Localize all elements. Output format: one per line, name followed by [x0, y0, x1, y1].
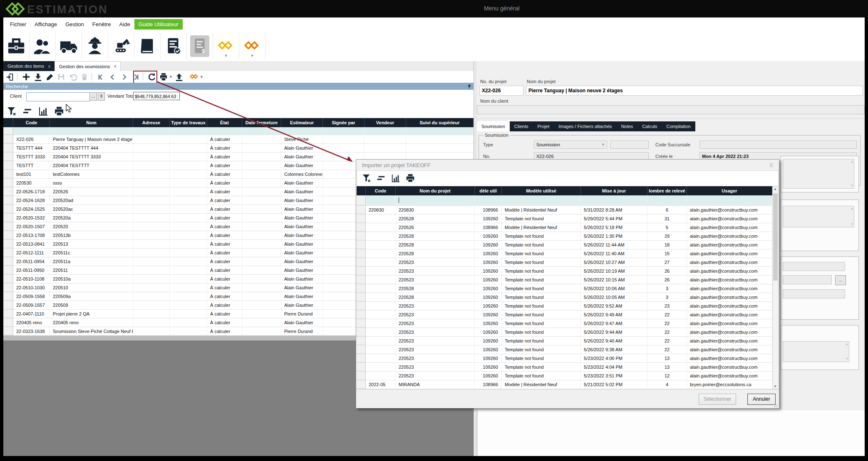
- worker-button[interactable]: [82, 33, 108, 59]
- menu-item-guide-utilisateur[interactable]: Guide Utilisateur: [134, 19, 183, 30]
- table-row[interactable]: 220528109260Template not found5/26/2022 …: [357, 241, 772, 249]
- row-selector[interactable]: [3, 257, 13, 266]
- column-header-usager[interactable]: Usager: [687, 186, 772, 195]
- toolbox-button[interactable]: [3, 33, 30, 59]
- excavator-button[interactable]: [108, 33, 134, 59]
- table-row[interactable]: X22-026Pierre Tanguay | Maison neuve 2 é…: [3, 135, 474, 144]
- row-selector[interactable]: [357, 249, 366, 258]
- table-row[interactable]: 220528109260Template not found5/26/2022 …: [357, 249, 772, 258]
- column-header-lombre-de-relev[interactable]: lombre de relevé: [647, 186, 687, 195]
- group-lines-icon[interactable]: [377, 174, 386, 183]
- no-projet-field[interactable]: X22-026: [479, 86, 523, 96]
- clients-button[interactable]: [30, 33, 56, 59]
- detail-tab-projet[interactable]: Projet: [533, 121, 554, 131]
- row-selector[interactable]: [357, 345, 366, 354]
- row-selector[interactable]: [357, 337, 366, 345]
- row-selector[interactable]: [3, 275, 13, 283]
- field-3c[interactable]: [783, 289, 845, 298]
- delete-button[interactable]: [79, 72, 89, 82]
- previous-record-button[interactable]: [107, 72, 117, 82]
- tab-close-icon[interactable]: x: [48, 64, 50, 69]
- menu-item-fichier[interactable]: Fichier: [6, 19, 30, 30]
- table-row[interactable]: 220523109260Template not found5/26/2022 …: [357, 345, 772, 354]
- row-selector[interactable]: [3, 179, 13, 187]
- print-icon[interactable]: [406, 174, 415, 183]
- add-button[interactable]: [21, 72, 31, 82]
- column-header-code[interactable]: Code: [366, 186, 396, 195]
- edit-button[interactable]: [45, 72, 55, 82]
- client-input[interactable]: [26, 92, 90, 101]
- import-button[interactable]: [33, 72, 43, 82]
- client-browse-button[interactable]: ...: [89, 92, 97, 101]
- save-button[interactable]: [56, 72, 66, 82]
- row-selector[interactable]: [357, 372, 366, 380]
- group-lines-icon[interactable]: [22, 106, 32, 116]
- table-row[interactable]: TESTTT 444220404 TESTTTT 444À calculerAl…: [3, 144, 474, 153]
- clear-filter-icon[interactable]: [362, 174, 371, 183]
- table-row[interactable]: 220528109260Template not found5/29/2022 …: [357, 214, 772, 223]
- row-selector[interactable]: [3, 249, 13, 257]
- client-clear-button[interactable]: X: [98, 92, 105, 101]
- table-row[interactable]: 220528109260Template not found5/26/2022 …: [357, 232, 772, 241]
- table-row[interactable]: 220526108966Modèle | Résidentiel Neuf5/2…: [357, 223, 772, 232]
- tab-gestion-des-soumissions[interactable]: Gestion des soumissionsx: [55, 61, 121, 71]
- row-selector[interactable]: [357, 258, 366, 266]
- row-selector[interactable]: [357, 232, 366, 240]
- column-header-d-le-util[interactable]: dèle util: [475, 186, 502, 195]
- row-selector[interactable]: [3, 135, 13, 143]
- type-select[interactable]: Soumission ▼: [534, 141, 607, 149]
- export-button[interactable]: [174, 72, 184, 82]
- first-record-button[interactable]: [96, 72, 106, 82]
- truck-button[interactable]: [56, 33, 82, 59]
- menu-item-gestion[interactable]: Gestion: [61, 19, 88, 30]
- table-row[interactable]: 220523109260Template not found5/26/2022 …: [357, 302, 772, 311]
- column-header-estimateur[interactable]: Estimateur: [281, 118, 323, 127]
- row-selector[interactable]: [357, 241, 366, 249]
- print-button[interactable]: [159, 72, 169, 82]
- exit-button[interactable]: [5, 72, 15, 82]
- notes-spinner-field[interactable]: ˄˅: [783, 159, 854, 189]
- table-row[interactable]: 220523109260Template not found5/26/2022 …: [357, 337, 772, 345]
- grid-insert-row[interactable]: [3, 127, 474, 135]
- resize-grip[interactable]: [774, 403, 778, 407]
- next-record-button[interactable]: [119, 72, 129, 82]
- document-check-button[interactable]: [161, 33, 187, 59]
- scroll-up-icon[interactable]: ▲: [773, 187, 778, 191]
- detail-tab-clients[interactable]: Clients: [510, 121, 533, 131]
- row-selector[interactable]: [3, 318, 13, 327]
- row-selector[interactable]: [357, 363, 366, 371]
- menu-item-affichage[interactable]: Affichage: [30, 19, 61, 30]
- type-extra-field[interactable]: [610, 141, 649, 149]
- column-header-mise-jour[interactable]: Mise à jour: [581, 186, 647, 195]
- scroll-down-icon[interactable]: ▼: [773, 385, 778, 388]
- row-selector[interactable]: [3, 196, 13, 205]
- column-header-vendeur[interactable]: Vendeur: [365, 118, 406, 127]
- document-dollar-button[interactable]: $: [187, 33, 213, 59]
- scrollbar-thumb[interactable]: [773, 193, 778, 281]
- row-selector[interactable]: [357, 214, 366, 223]
- clear-filter-icon[interactable]: [7, 106, 17, 116]
- field-3b[interactable]: [783, 275, 832, 284]
- undo-button[interactable]: [68, 72, 78, 82]
- grid-insert-row[interactable]: [357, 195, 772, 206]
- detail-tab-notes[interactable]: Notes: [617, 121, 638, 131]
- column-header-date-fermeture[interactable]: Date fermeture: [242, 118, 281, 127]
- close-icon[interactable]: X: [769, 162, 773, 168]
- row-selector[interactable]: [357, 223, 366, 232]
- detail-tab-compilation[interactable]: Compilation: [662, 121, 695, 131]
- dialog-title-bar[interactable]: Importer un projet TAKEOFF X: [356, 160, 779, 170]
- row-selector[interactable]: [3, 187, 13, 196]
- row-selector[interactable]: [357, 293, 366, 301]
- detail-tab-calculs[interactable]: Calculs: [637, 121, 662, 131]
- row-selector[interactable]: [3, 222, 13, 231]
- column-header-adresse[interactable]: Adresse: [133, 118, 170, 127]
- print-icon[interactable]: [54, 106, 64, 116]
- browse-button[interactable]: ...: [835, 275, 846, 285]
- table-row[interactable]: 2022-05MIRANDA108966Modèle | Résidentiel…: [357, 380, 772, 389]
- column-header-nom-du-projet[interactable]: Nom du projet: [396, 186, 475, 195]
- table-row[interactable]: 220830220830108966Modèle | Résidentiel N…: [357, 206, 772, 214]
- row-selector[interactable]: [3, 301, 13, 309]
- pin-icon[interactable]: [467, 84, 472, 89]
- row-selector[interactable]: [357, 319, 366, 328]
- column-header-type-de-travaux[interactable]: Type de travaux: [170, 118, 207, 127]
